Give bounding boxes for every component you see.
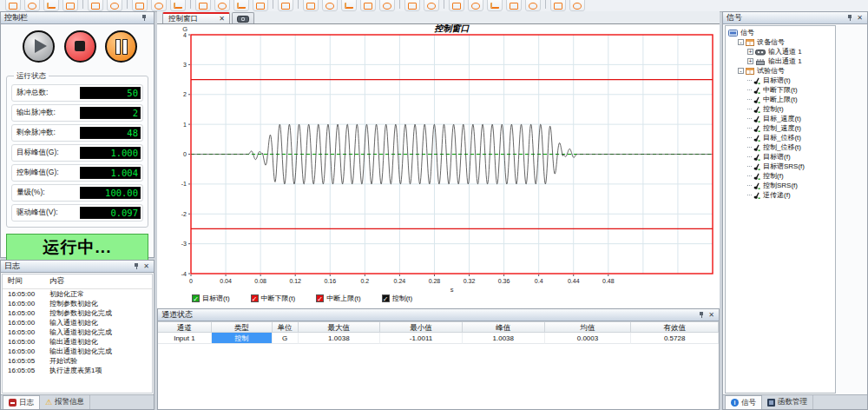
legend-checkbox[interactable]: ✓ xyxy=(316,294,324,302)
expander-icon[interactable]: - xyxy=(738,39,744,45)
fit-vertical-icon[interactable] xyxy=(468,0,483,11)
column-header[interactable]: 单位 xyxy=(273,321,299,333)
tree-item-label: 试验信号 xyxy=(757,66,785,76)
pie-view-icon[interactable] xyxy=(151,0,167,11)
link-window-icon[interactable] xyxy=(404,0,420,11)
log-row[interactable]: 16:05:00输出通道初始化 xyxy=(3,337,152,347)
cursor-l3-icon[interactable] xyxy=(233,0,249,11)
tree-item-output-channel[interactable]: +输出通道 1 xyxy=(726,56,835,66)
cursor-l1-icon[interactable] xyxy=(195,0,211,11)
column-header[interactable]: 均值 xyxy=(545,321,632,333)
tab-log[interactable]: 日志 xyxy=(3,395,40,409)
column-header[interactable]: 峰值 xyxy=(463,321,545,333)
chart-view-2-icon[interactable] xyxy=(379,0,395,11)
signal-wave-icon[interactable] xyxy=(278,0,293,11)
tree-item-signal[interactable]: 目标谱SRS(f) xyxy=(726,162,835,171)
log-row[interactable]: 16:05:00输入通道初始化完成 xyxy=(3,327,152,337)
log-row[interactable]: 16:05:00控制参数初始化 xyxy=(3,299,152,308)
tree-item-device-group[interactable]: -试验信号 xyxy=(726,66,835,76)
tab-function[interactable]: 函数管理 xyxy=(762,395,813,409)
screenshot-tab[interactable] xyxy=(232,12,254,23)
chart-view-1-icon[interactable] xyxy=(360,0,376,11)
table-row[interactable]: Input 1控制G1.0038-1.00111.00380.00030.572… xyxy=(158,333,719,344)
log-row[interactable]: 16:05:00输入通道初始化 xyxy=(3,318,152,327)
log-row[interactable]: 16:05:05开始试验 xyxy=(3,356,152,366)
pin-icon[interactable] xyxy=(847,14,853,22)
tree-item-signal[interactable]: 目标_位移(t) xyxy=(726,133,835,142)
tree-item-signal[interactable]: 控制(t) xyxy=(726,104,835,114)
print-icon[interactable] xyxy=(107,0,122,11)
layout-grid-1-icon[interactable] xyxy=(303,0,319,11)
column-header[interactable]: 最小值 xyxy=(380,321,463,333)
tree-item-signal[interactable]: 控制SRS(f) xyxy=(726,181,835,190)
expander-icon[interactable]: + xyxy=(747,58,753,64)
column-header[interactable]: 通道 xyxy=(158,321,212,333)
log-row[interactable]: 16:05:05执行进度表第1项 xyxy=(3,366,152,375)
tab-control-window[interactable]: 控制窗口 ✕ xyxy=(162,12,230,23)
close-icon[interactable]: ✕ xyxy=(142,262,150,270)
column-header[interactable]: 最大值 xyxy=(299,321,381,333)
column-header[interactable]: 有效值 xyxy=(631,321,719,333)
stop-button[interactable] xyxy=(64,30,96,63)
svg-text:0.4: 0.4 xyxy=(535,278,543,284)
legend-checkbox[interactable]: ✓ xyxy=(251,294,259,302)
tree-item-signal-root[interactable]: 信号 xyxy=(726,28,835,37)
pin-icon[interactable] xyxy=(134,262,140,270)
control-bar-header: 控制栏 xyxy=(1,12,154,24)
redo-icon[interactable] xyxy=(569,0,585,11)
favorite-icon[interactable] xyxy=(132,0,148,11)
pause-button[interactable] xyxy=(105,30,137,63)
pin-icon[interactable] xyxy=(141,14,148,22)
zoom-in-icon[interactable] xyxy=(506,0,522,11)
pin-icon[interactable] xyxy=(699,311,705,319)
copy-icon[interactable] xyxy=(88,0,103,11)
new-file-icon[interactable] xyxy=(5,0,21,11)
expander-icon[interactable]: - xyxy=(738,68,744,74)
globe-icon[interactable] xyxy=(253,0,268,11)
log-row[interactable]: 16:05:00控制参数初始化完成 xyxy=(3,308,152,318)
clock-icon[interactable] xyxy=(170,0,186,11)
tree-item-signal[interactable]: 中断下限(t) xyxy=(726,85,835,95)
save-file-icon[interactable] xyxy=(43,0,59,11)
control-window-chart[interactable]: 00.040.080.120.160.20.240.280.320.360.40… xyxy=(157,24,720,308)
signal-icon xyxy=(753,191,760,200)
tree-item-input-channel[interactable]: +输入通道 1 xyxy=(726,47,835,56)
tree-item-signal[interactable]: 控制_位移(t) xyxy=(726,142,835,152)
legend-checkbox[interactable]: ✓ xyxy=(382,294,390,302)
layout-grid-3-icon[interactable] xyxy=(341,0,357,11)
tab-close-icon[interactable]: ✕ xyxy=(218,15,226,23)
tree-item-signal[interactable]: 逆传递(f) xyxy=(726,190,835,200)
save-as-icon[interactable] xyxy=(62,0,78,11)
chart-canvas[interactable]: 00.040.080.120.160.20.240.280.320.360.40… xyxy=(157,24,720,294)
log-row[interactable]: 16:05:00初始化正常 xyxy=(3,289,152,299)
cursor-l2-icon[interactable] xyxy=(214,0,230,11)
new-window-icon[interactable] xyxy=(424,0,439,11)
fit-horizontal-icon[interactable] xyxy=(449,0,464,11)
svg-text:-3: -3 xyxy=(181,241,187,247)
tree-item-signal[interactable]: 目标_速度(t) xyxy=(726,114,835,123)
tree-connector xyxy=(747,80,752,81)
tree-item-signal[interactable]: 目标谱(t) xyxy=(726,76,835,85)
legend-checkbox[interactable]: ✓ xyxy=(192,294,200,302)
tree-item-label: 目标谱(f) xyxy=(763,152,791,162)
zoom-out-icon[interactable] xyxy=(525,0,541,11)
pointer-icon[interactable] xyxy=(487,0,503,11)
column-header[interactable]: 类型 xyxy=(212,321,273,333)
tree-item-device-group[interactable]: -设备信号 xyxy=(726,37,835,47)
open-file-icon[interactable] xyxy=(24,0,40,11)
layout-grid-2-icon[interactable] xyxy=(322,0,338,11)
play-button[interactable] xyxy=(23,30,55,63)
tab-info[interactable]: i信号 xyxy=(725,395,762,409)
close-icon[interactable]: ✕ xyxy=(707,311,715,319)
tab-warning[interactable]: ⚠报警信息 xyxy=(40,395,90,409)
tree-item-signal[interactable]: 中断上限(t) xyxy=(726,95,835,104)
log-row[interactable]: 16:05:00输出通道初始化完成 xyxy=(3,347,152,356)
tree-connector xyxy=(747,99,752,100)
tree-item-signal[interactable]: 目标谱(f) xyxy=(726,152,835,162)
close-icon[interactable]: ✕ xyxy=(856,14,864,22)
undo-icon[interactable] xyxy=(550,0,566,11)
expander-icon[interactable]: + xyxy=(747,49,753,55)
tree-item-signal[interactable]: 控制_速度(t) xyxy=(726,123,835,133)
tree-item-label: 设备信号 xyxy=(757,37,785,47)
tree-item-signal[interactable]: 控制(f) xyxy=(726,171,835,181)
